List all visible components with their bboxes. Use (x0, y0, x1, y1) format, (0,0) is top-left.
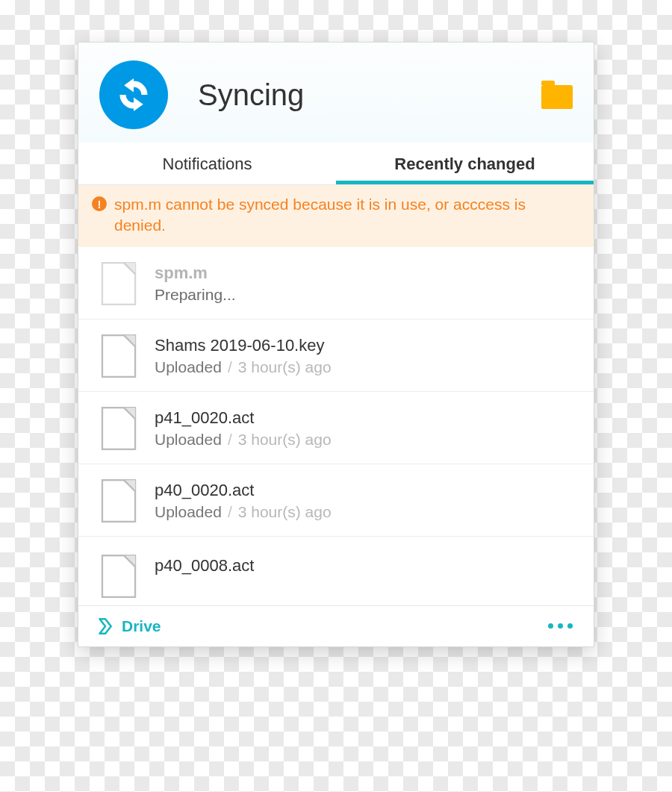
file-status: Uploaded/3 hour(s) ago (155, 358, 332, 376)
file-list-container: spm.m Preparing... Shams 2019-06-10.key … (78, 247, 594, 605)
file-meta: p40_0020.act Uploaded/3 hour(s) ago (155, 479, 332, 521)
file-icon (99, 262, 138, 305)
file-status-text: Uploaded (155, 358, 222, 375)
file-name: Shams 2019-06-10.key (155, 336, 332, 355)
file-meta: Shams 2019-06-10.key Uploaded/3 hour(s) … (155, 334, 332, 376)
file-time: 3 hour(s) ago (238, 431, 332, 448)
file-status-text: Uploaded (155, 431, 222, 448)
file-meta: p40_0008.act (155, 552, 254, 576)
file-name: spm.m (155, 264, 236, 283)
file-time: 3 hour(s) ago (238, 503, 332, 520)
file-row[interactable]: p41_0020.act Uploaded/3 hour(s) ago (78, 392, 594, 464)
file-status: Preparing... (155, 286, 236, 304)
file-icon (99, 479, 138, 523)
file-row[interactable]: spm.m Preparing... (78, 247, 594, 319)
file-status-text: Uploaded (155, 503, 222, 520)
file-meta: p41_0020.act Uploaded/3 hour(s) ago (155, 407, 332, 449)
file-status: Uploaded/3 hour(s) ago (155, 431, 332, 449)
more-menu-button[interactable] (544, 619, 577, 633)
file-status: Uploaded/3 hour(s) ago (155, 503, 332, 521)
open-folder-button[interactable] (541, 85, 573, 109)
drive-icon (95, 617, 114, 636)
warning-icon: ! (92, 196, 107, 211)
file-name: p40_0020.act (155, 481, 332, 500)
sync-icon (99, 60, 168, 129)
panel-header: Syncing (78, 43, 594, 143)
separator: / (222, 358, 238, 375)
file-meta: spm.m Preparing... (155, 262, 236, 304)
file-time: 3 hour(s) ago (238, 358, 332, 375)
file-name: p40_0008.act (155, 556, 254, 576)
separator: / (222, 431, 238, 448)
file-name: p41_0020.act (155, 408, 332, 428)
file-row[interactable]: Shams 2019-06-10.key Uploaded/3 hour(s) … (78, 319, 594, 392)
file-icon (99, 407, 138, 450)
tabs: Notifications Recently changed (78, 143, 594, 185)
panel-title: Syncing (198, 78, 541, 112)
separator: / (222, 503, 238, 520)
drive-link[interactable]: Drive (122, 617, 161, 635)
file-row[interactable]: p40_0008.act (78, 537, 594, 598)
panel-footer: Drive (78, 605, 594, 646)
file-icon (99, 555, 138, 598)
tab-notifications[interactable]: Notifications (78, 143, 336, 184)
warning-text: spm.m cannot be synced because it is in … (114, 194, 580, 237)
file-list: spm.m Preparing... Shams 2019-06-10.key … (78, 247, 594, 605)
file-row[interactable]: p40_0020.act Uploaded/3 hour(s) ago (78, 464, 594, 537)
warning-banner: ! spm.m cannot be synced because it is i… (78, 185, 594, 247)
file-icon (99, 334, 138, 378)
sync-panel: Syncing Notifications Recently changed !… (78, 42, 594, 647)
tab-recently-changed[interactable]: Recently changed (336, 143, 594, 184)
